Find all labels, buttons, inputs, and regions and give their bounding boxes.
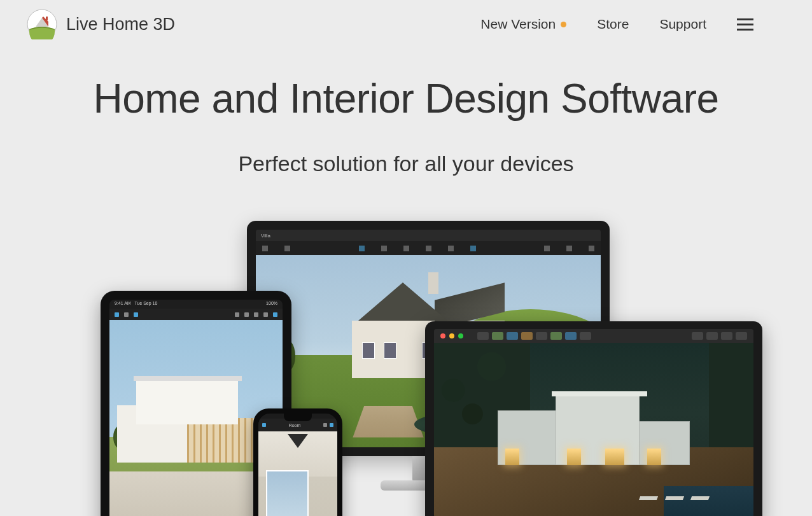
- brand-name: Live Home 3D: [66, 15, 175, 34]
- devices-showcase: Villa: [50, 221, 762, 516]
- traffic-light-max-icon: [458, 333, 463, 338]
- tool-icon: [359, 246, 365, 251]
- page-subtitle: Perfect solution for all your devices: [0, 151, 812, 176]
- tool-icon: [403, 246, 409, 251]
- nav-new-version[interactable]: New Version: [480, 17, 566, 32]
- hero-section: Home and Interior Design Software Perfec…: [0, 75, 812, 176]
- tool-icon: [448, 246, 454, 251]
- svg-rect-1: [46, 17, 48, 20]
- render-viewport: [258, 431, 337, 516]
- tool-icon: [262, 246, 268, 251]
- tool-icon: [284, 246, 290, 251]
- tool-icon: [589, 246, 594, 251]
- site-header: Live Home 3D New Version Store Support: [0, 0, 812, 48]
- page-title: Home and Interior Design Software: [0, 75, 812, 122]
- nav-store[interactable]: Store: [597, 17, 629, 32]
- logo-icon: [27, 9, 57, 39]
- mac-toolbar: [434, 329, 753, 343]
- tool-icon: [566, 246, 572, 251]
- laptop-device: [425, 321, 762, 516]
- window-toolbar: [256, 241, 601, 255]
- phone-notch: [284, 414, 312, 421]
- brand[interactable]: Live Home 3D: [27, 9, 175, 39]
- tool-icon: [426, 246, 431, 251]
- window-titlebar: Villa: [256, 230, 601, 241]
- render-viewport: [434, 343, 753, 516]
- phone-screen: Room: [258, 414, 337, 516]
- tablet-toolbar: [109, 309, 283, 320]
- menu-icon[interactable]: [737, 18, 753, 31]
- phone-device: Room: [253, 408, 342, 516]
- tool-icon: [381, 246, 387, 251]
- main-nav: New Version Store Support: [480, 17, 753, 32]
- tablet-statusbar: 9:41 AM Tue Sep 10100%: [109, 300, 283, 309]
- traffic-light-min-icon: [449, 333, 454, 338]
- nav-new-version-label: New Version: [480, 17, 556, 32]
- nav-support[interactable]: Support: [659, 17, 706, 32]
- new-version-indicator-icon: [561, 22, 566, 27]
- window-tab: Villa: [261, 233, 270, 239]
- tool-icon: [544, 246, 550, 251]
- tool-icon: [470, 246, 476, 251]
- laptop-screen: [434, 329, 753, 516]
- traffic-light-close-icon: [440, 333, 445, 338]
